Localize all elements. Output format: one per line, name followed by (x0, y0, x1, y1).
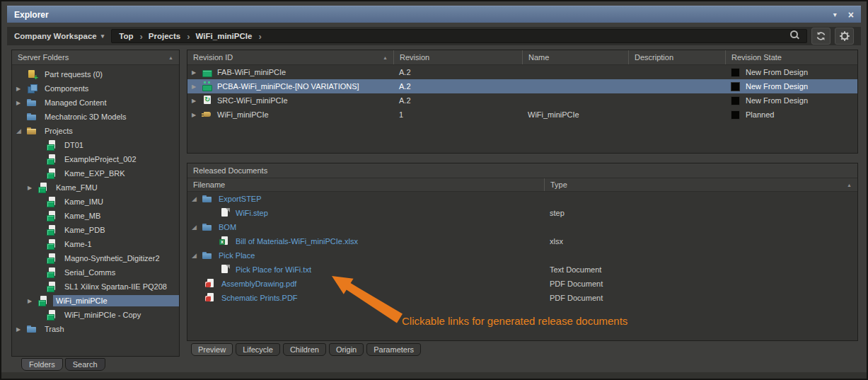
doc-row-exportstep[interactable]: ExportSTEP (187, 192, 857, 206)
tree-item-exampleproject-002[interactable]: ExampleProject_002 (12, 152, 179, 166)
state-color-swatch (731, 68, 740, 77)
tree-item-label: Part requests (0) (42, 69, 105, 80)
tab-parameters[interactable]: Parameters (366, 343, 421, 356)
expand-icon[interactable] (28, 185, 37, 191)
tree-item-label: Components (42, 83, 91, 94)
expand-icon[interactable] (16, 326, 26, 333)
column-header-revision-id[interactable]: Revision ID▲ (187, 50, 393, 64)
tree-item-kame-fmu[interactable]: Kame_FMU (12, 180, 179, 195)
tab-search[interactable]: Search (65, 358, 105, 371)
components-icon (26, 84, 37, 93)
doc-type: step (544, 209, 857, 217)
table-row-wifi-minipcie[interactable]: WiFi_miniPCIe 1 WiFi_miniPCIe Planned (187, 108, 857, 122)
breadcrumb-wifi-minipcie[interactable]: WiFi_miniPCIe (196, 31, 262, 42)
sort-asc-icon: ▲ (847, 183, 852, 188)
tree-item-sl1-xilinx-spartan[interactable]: SL1 Xilinx Spartan-IIE PQ208 (12, 280, 179, 294)
breadcrumb-projects[interactable]: Projects (149, 31, 190, 42)
doc-folder-link[interactable]: Pick Place (217, 251, 256, 260)
collapse-expanded-icon[interactable] (16, 127, 26, 134)
expand-icon[interactable] (192, 98, 202, 104)
tree-item-managed-content[interactable]: Managed Content (12, 96, 179, 110)
search-icon[interactable] (789, 30, 799, 40)
server-folders-header[interactable]: Server Folders ▲ (12, 50, 179, 65)
tree-item-wifi-minipcie[interactable]: WiFi_miniPCIe (12, 294, 179, 308)
tree-item-label: Kame_IMU (62, 196, 106, 207)
column-header-filename[interactable]: Filename (187, 178, 544, 191)
document-icon (219, 265, 230, 275)
doc-file-link[interactable]: Pick Place for WiFi.txt (234, 265, 313, 275)
tree-item-serial-comms[interactable]: Serial_Comms (12, 265, 179, 280)
expand-icon[interactable] (192, 112, 202, 118)
doc-row-pick-place[interactable]: Pick Place (187, 248, 857, 263)
expand-icon[interactable] (16, 86, 26, 92)
expand-icon[interactable] (192, 69, 202, 76)
breadcrumb-top[interactable]: Top (119, 31, 143, 42)
table-row-fab[interactable]: FAB-WiFi_miniPCIe A.2 New From Design (187, 65, 857, 79)
doc-folder-link[interactable]: BOM (217, 222, 238, 232)
collapse-expanded-icon[interactable] (192, 252, 202, 259)
tree-item-label: Kame_PDB (62, 224, 108, 236)
revision-state: New From Design (746, 82, 808, 91)
collapse-icon[interactable]: ▲ (168, 55, 173, 60)
tab-folders[interactable]: Folders (21, 358, 63, 371)
table-row-src[interactable]: SRC-WiFi_miniPCIe A.2 New From Design (187, 93, 857, 108)
doc-file-link[interactable]: Bill of Materials-WiFi_miniPCIe.xlsx (234, 236, 359, 246)
doc-file-link[interactable]: AssemblyDrawing.pdf (220, 279, 298, 289)
pdf-icon (204, 293, 216, 303)
tree-item-trash[interactable]: Trash (12, 322, 179, 336)
tree-item-label: Managed Content (42, 97, 109, 108)
projects-folder-icon (26, 126, 37, 136)
table-row-pcba-selected[interactable]: PCBA-WiFi_miniPCIe-[NO VARIATIONS] A.2 N… (187, 79, 857, 93)
fab-item-icon (202, 67, 213, 77)
state-color-swatch (731, 96, 740, 105)
tree-item-wifi-minipcie-copy[interactable]: WiFi_miniPCIe - Copy (12, 308, 179, 322)
tree-item-kame-1[interactable]: Kame-1 (12, 237, 179, 251)
tree-item-magno-synthetic-digitizer2[interactable]: Magno-Synthetic_Digitizer2 (12, 251, 179, 265)
column-header-name[interactable]: Name (522, 50, 628, 64)
revision-state: New From Design (746, 68, 808, 76)
collapse-expanded-icon[interactable] (192, 224, 202, 231)
released-documents-title: Released Documents (187, 163, 857, 178)
tab-children[interactable]: Children (283, 343, 326, 356)
tree-item-kame-exp-brk[interactable]: Kame_EXP_BRK (12, 166, 179, 180)
project-icon (46, 310, 57, 320)
tab-origin[interactable]: Origin (329, 343, 364, 356)
project-icon (46, 211, 57, 221)
tree-item-kame-pdb[interactable]: Kame_PDB (12, 223, 179, 237)
column-header-type[interactable]: Type▲ (544, 178, 857, 191)
tree-item-part-requests[interactable]: Part requests (0) (12, 67, 179, 81)
doc-type: PDF Document (544, 280, 857, 288)
tab-lifecycle[interactable]: Lifecycle (236, 343, 280, 356)
expand-icon[interactable] (192, 84, 202, 90)
expand-icon[interactable] (28, 298, 37, 304)
column-header-revision[interactable]: Revision (393, 50, 522, 64)
expand-icon[interactable] (16, 100, 26, 106)
doc-folder-link[interactable]: ExportSTEP (217, 194, 263, 204)
column-header-revision-state[interactable]: Revision State (725, 50, 857, 64)
tree-item-kame-mb[interactable]: Kame_MB (12, 209, 179, 223)
folder-icon (202, 222, 213, 232)
workspace-dropdown[interactable]: Company Workspace (14, 32, 104, 40)
doc-file-link[interactable]: Schematic Prints.PDF (220, 293, 299, 303)
tree-item-projects[interactable]: Projects (12, 124, 179, 138)
doc-row-pick-place-txt[interactable]: Pick Place for WiFi.txt Text Document (187, 263, 857, 277)
column-header-description[interactable]: Description (628, 50, 725, 64)
tree-item-dt01[interactable]: DT01 (12, 138, 179, 152)
settings-button[interactable] (835, 28, 854, 45)
collapse-expanded-icon[interactable] (192, 195, 202, 202)
tree-item-label: ExampleProject_002 (62, 154, 139, 165)
doc-row-schematic-prints[interactable]: Schematic Prints.PDF PDF Document (187, 291, 857, 305)
tab-preview[interactable]: Preview (191, 343, 233, 356)
doc-row-bom[interactable]: BOM (187, 220, 857, 234)
tree-item-components[interactable]: Components (12, 81, 179, 96)
tree-item-mechatronic-3d-models[interactable]: Mechatronic 3D Models (12, 110, 179, 124)
refresh-button[interactable] (811, 28, 831, 45)
panel-menu-icon[interactable]: ▾ (833, 11, 837, 18)
doc-file-link[interactable]: WiFi.step (234, 208, 270, 218)
close-icon[interactable]: × (848, 10, 854, 20)
doc-type: PDF Document (544, 294, 857, 302)
doc-row-bill-of-materials[interactable]: Bill of Materials-WiFi_miniPCIe.xlsx xls… (187, 234, 857, 248)
doc-row-assembly-drawing[interactable]: AssemblyDrawing.pdf PDF Document (187, 277, 857, 291)
doc-row-wifi-step[interactable]: WiFi.step step (187, 206, 857, 220)
tree-item-kame-imu[interactable]: Kame_IMU (12, 195, 179, 209)
